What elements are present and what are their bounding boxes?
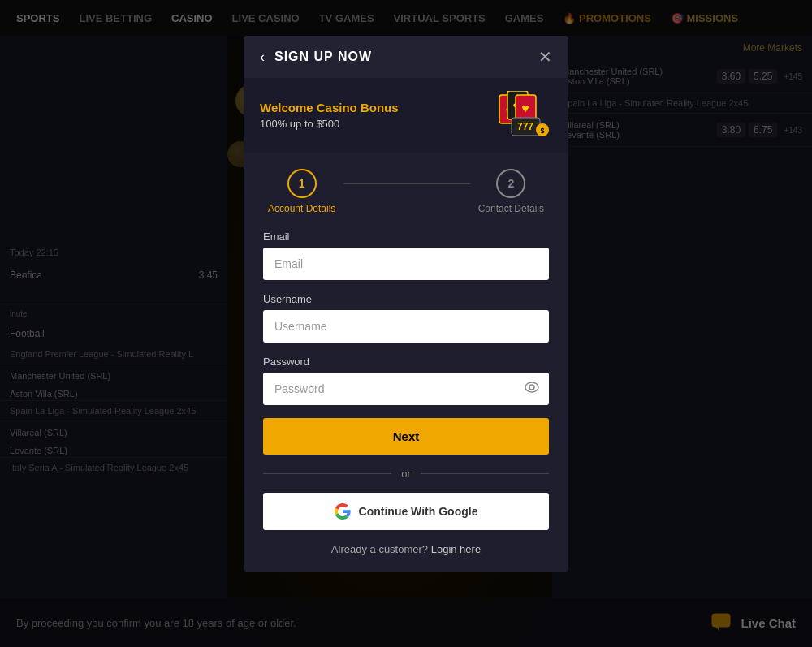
or-line-left: [263, 473, 391, 474]
login-link-row: Already a customer? Login here: [263, 543, 549, 555]
bonus-subtitle: 100% up to $500: [260, 118, 399, 130]
step-connector: [343, 183, 469, 184]
stepper: 1 Account Details 2 Contact Details: [244, 153, 568, 231]
step1-label: Account Details: [268, 203, 335, 214]
email-input[interactable]: [263, 248, 549, 280]
username-input[interactable]: [263, 310, 549, 343]
step2-circle: 2: [496, 169, 525, 198]
svg-point-11: [529, 385, 534, 390]
modal-title: SIGN UP NOW: [274, 50, 372, 64]
or-text: or: [401, 468, 411, 480]
login-here-link[interactable]: Login here: [431, 543, 481, 555]
password-group: Password: [263, 356, 549, 405]
bonus-title: Welcome Casino Bonus: [260, 101, 399, 114]
step-2: 2 Contact Details: [478, 169, 544, 214]
next-button[interactable]: Next: [263, 418, 549, 455]
username-group: Username: [263, 293, 549, 343]
password-label: Password: [263, 356, 549, 368]
username-label: Username: [263, 293, 549, 305]
signup-modal: ‹ SIGN UP NOW ✕ Welcome Casino Bonus 100…: [244, 36, 568, 572]
or-line-right: [421, 473, 549, 474]
step2-label: Contact Details: [478, 203, 544, 214]
step-1: 1 Account Details: [268, 169, 335, 214]
password-wrap: [263, 373, 549, 405]
bonus-icon: ♠ ♣ ♥ 777 $: [495, 91, 552, 140]
svg-text:$: $: [540, 127, 544, 135]
google-logo-icon: [335, 503, 351, 520]
back-button[interactable]: ‹: [260, 49, 265, 66]
toggle-password-button[interactable]: [525, 382, 539, 396]
already-customer-text: Already a customer?: [331, 543, 428, 555]
svg-text:777: 777: [517, 121, 533, 132]
bonus-banner: Welcome Casino Bonus 100% up to $500 ♠ ♣…: [244, 78, 568, 153]
svg-text:♥: ♥: [521, 101, 529, 115]
email-label: Email: [263, 231, 549, 243]
password-input[interactable]: [263, 373, 549, 405]
modal-header-left: ‹ SIGN UP NOW: [260, 49, 372, 66]
step1-circle: 1: [287, 169, 317, 198]
google-button-label: Continue With Google: [359, 505, 478, 518]
close-button[interactable]: ✕: [538, 47, 552, 67]
google-signin-button[interactable]: Continue With Google: [263, 493, 549, 530]
bonus-text: Welcome Casino Bonus 100% up to $500: [260, 101, 399, 130]
or-divider: or: [263, 468, 549, 480]
email-group: Email: [263, 231, 549, 280]
svg-point-10: [525, 382, 538, 392]
signup-form: Email Username Password Next or: [244, 231, 568, 572]
modal-header: ‹ SIGN UP NOW ✕: [244, 36, 568, 78]
